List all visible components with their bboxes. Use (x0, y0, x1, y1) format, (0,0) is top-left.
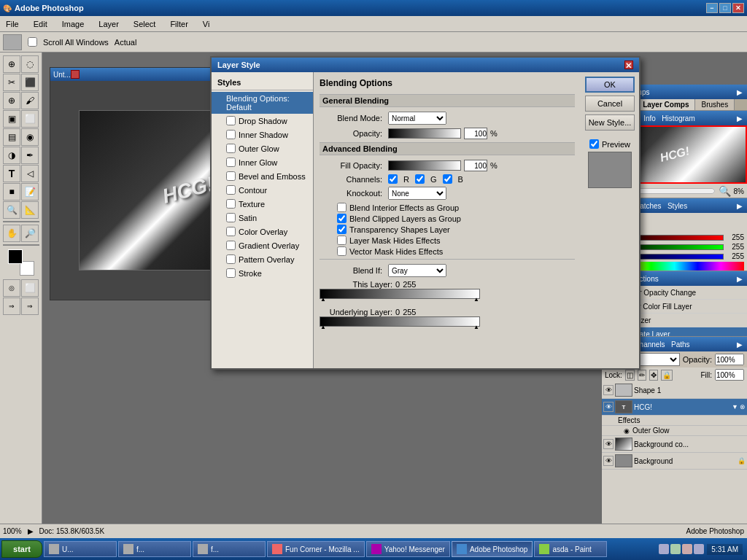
menu-layer[interactable]: Layer (96, 18, 122, 30)
stamp-tool[interactable]: ▣ (3, 110, 20, 128)
texture-item[interactable]: Texture (212, 197, 313, 211)
path-tool[interactable]: ◁ (21, 165, 39, 182)
channel-b-check[interactable] (443, 174, 452, 184)
tab-brushes[interactable]: Brushes (695, 99, 735, 110)
pen-tool[interactable]: ✒ (21, 147, 39, 164)
opacity-input[interactable] (715, 354, 744, 365)
lasso-tool[interactable]: ◌ (21, 55, 39, 73)
blend-clipped-check[interactable] (337, 214, 347, 223)
blur-tool[interactable]: ◉ (21, 128, 39, 146)
texture-check[interactable] (226, 199, 236, 209)
preview-checkbox[interactable] (589, 139, 599, 149)
scroll-all-checkbox[interactable] (28, 37, 37, 47)
layer-hcg[interactable]: 👁 T HCG! ▼ ⊗ (602, 399, 747, 416)
menu-edit[interactable]: Edit (31, 18, 50, 30)
menu-file[interactable]: File (3, 18, 22, 30)
gradient-overlay-check[interactable] (226, 241, 236, 250)
taskbar-item-2[interactable]: f... (193, 541, 266, 557)
new-style-button[interactable]: New Style... (585, 114, 635, 131)
screen-mode[interactable]: ⬜ (21, 279, 39, 297)
jump-to-image[interactable]: ⇒ (3, 298, 20, 315)
start-button[interactable]: start (1, 540, 42, 558)
minimize-button[interactable]: − (706, 3, 718, 13)
taskbar-item-paint[interactable]: asda - Paint (534, 541, 607, 557)
drop-shadow-check[interactable] (226, 116, 236, 125)
blend-if-select[interactable]: Gray (388, 264, 446, 277)
tab-layer-comps[interactable]: Layer Comps (637, 99, 695, 110)
menu-select[interactable]: Select (131, 18, 159, 30)
notes-tool[interactable]: 📝 (21, 183, 39, 201)
contour-item[interactable]: Contour (212, 183, 313, 197)
gradient-overlay-item[interactable]: Gradient Overlay (212, 238, 313, 252)
taskbar-item-mozilla[interactable]: Fun Corner - Mozilla ... (267, 541, 365, 557)
crop-tool[interactable]: ✂ (3, 74, 20, 91)
taskbar-item-0[interactable]: U... (44, 541, 117, 557)
vector-mask-hides-check[interactable] (337, 246, 347, 256)
quick-mask[interactable]: ◎ (3, 279, 20, 297)
layer-vis-shape1[interactable]: 👁 (603, 385, 614, 395)
panel-menu-icon[interactable]: ▶ (737, 88, 743, 96)
layer-vis-bg-copy[interactable]: 👁 (603, 439, 614, 449)
layer-vis-bg[interactable]: 👁 (603, 456, 614, 466)
taskbar-item-photoshop[interactable]: Adobe Photoshop (452, 541, 533, 557)
lock-paint-icon[interactable]: ✏ (638, 370, 646, 381)
shape-tool[interactable]: ■ (3, 183, 20, 201)
zoom-tool[interactable]: 🔎 (21, 225, 39, 242)
cancel-button[interactable]: Cancel (585, 96, 635, 112)
inner-glow-check[interactable] (226, 158, 236, 167)
inner-shadow-item[interactable]: Inner Shadow (212, 128, 313, 141)
jump-to[interactable]: ⇒ (21, 298, 39, 315)
tab-paths[interactable]: Paths (671, 341, 690, 349)
blend-interior-check[interactable] (337, 203, 347, 212)
this-layer-slider[interactable]: ▲ ▲ (320, 289, 480, 299)
stroke-check[interactable] (226, 268, 236, 278)
fill-opacity-input[interactable] (464, 160, 487, 171)
fill-opacity-slider[interactable] (388, 160, 461, 171)
menu-view[interactable]: Vi (200, 18, 213, 30)
eyedropper-tool[interactable]: 🔍 (3, 201, 20, 219)
layer-vis-hcg[interactable]: 👁 (603, 402, 614, 412)
tab-histogram[interactable]: Histogram (662, 114, 695, 122)
color-overlay-check[interactable] (226, 227, 236, 236)
blend-mode-select[interactable]: Normal (388, 112, 446, 125)
color-overlay-item[interactable]: Color Overlay (212, 225, 313, 238)
satin-check[interactable] (226, 213, 236, 222)
layer-bg-copy[interactable]: 👁 Background co... (602, 436, 747, 453)
inner-shadow-check[interactable] (226, 130, 236, 139)
channel-r-check[interactable] (388, 174, 398, 184)
pattern-overlay-item[interactable]: Pattern Overlay (212, 252, 313, 266)
text-tool[interactable]: T (3, 165, 20, 182)
nav-panel-menu[interactable]: ▶ (737, 114, 743, 122)
contour-check[interactable] (226, 185, 236, 195)
transparency-shapes-check[interactable] (337, 225, 347, 234)
outer-glow-item[interactable]: Outer Glow (212, 141, 313, 155)
blending-options-item[interactable]: Blending Options: Default (212, 92, 313, 114)
maximize-button[interactable]: □ (719, 3, 731, 13)
eraser-tool[interactable]: ⬜ (21, 110, 39, 128)
dialog-close-btn[interactable]: ✕ (624, 61, 633, 69)
measure-tool[interactable]: 📐 (21, 201, 39, 219)
menu-image[interactable]: Image (59, 18, 88, 30)
lock-all-icon[interactable]: 🔒 (661, 370, 673, 381)
marquee-tool[interactable]: ⊕ (3, 55, 20, 73)
slice-tool[interactable]: ⬛ (21, 74, 39, 91)
inner-glow-item[interactable]: Inner Glow (212, 155, 313, 169)
outer-glow-check[interactable] (226, 144, 236, 153)
healing-tool[interactable]: ⊕ (3, 92, 20, 109)
lock-position-icon[interactable]: ✥ (649, 370, 658, 381)
nav-zoom-icon-large[interactable]: 🔍 (719, 185, 731, 197)
layer-mask-hides-check[interactable] (337, 236, 347, 245)
taskbar-item-1[interactable]: f... (118, 541, 191, 557)
hand-tool[interactable]: ✋ (3, 225, 20, 242)
opacity-input[interactable] (464, 128, 487, 139)
bevel-emboss-item[interactable]: Bevel and Emboss (212, 169, 313, 183)
history-menu[interactable]: ▶ (737, 275, 743, 283)
opacity-slider[interactable] (388, 128, 461, 139)
knockout-select[interactable]: None (388, 187, 446, 200)
layers-menu[interactable]: ▶ (737, 341, 743, 349)
taskbar-item-yahoo[interactable]: Yahoo! Messenger (366, 541, 450, 557)
fill-input[interactable] (715, 369, 744, 381)
satin-item[interactable]: Satin (212, 211, 313, 225)
color-panel-menu[interactable]: ▶ (737, 202, 743, 210)
ok-button[interactable]: OK (585, 77, 635, 93)
